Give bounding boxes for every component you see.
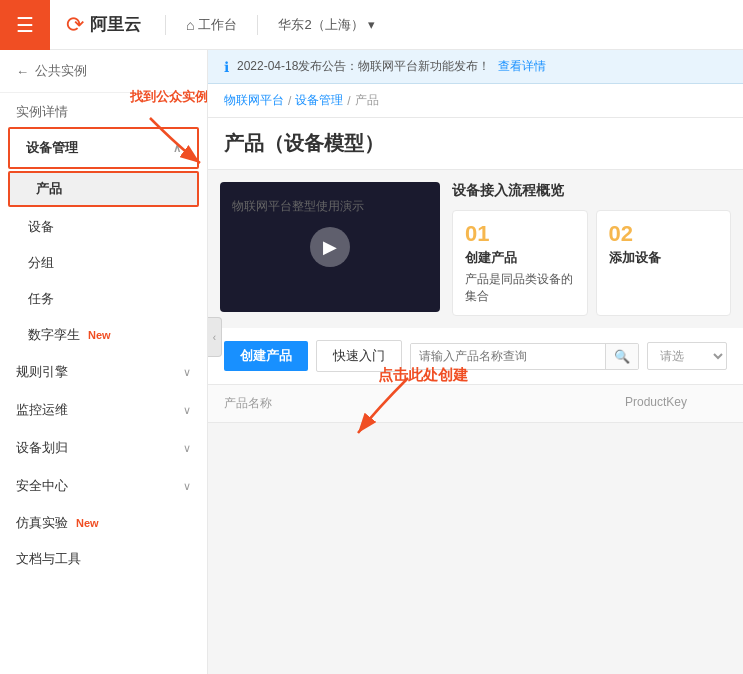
rule-engine-label: 规则引擎 [16,363,68,381]
sidebar: ← 公共实例 实例详情 设备管理 ∧ 产品 设备 分组 任务 数字孪生 New … [0,50,208,674]
sidebar-item-simulation[interactable]: 仿真实验 New [0,505,207,541]
back-to-instances[interactable]: ← 公共实例 [0,50,207,93]
security-label: 安全中心 [16,477,68,495]
announcement-link[interactable]: 查看详情 [498,58,546,75]
sidebar-item-device[interactable]: 设备 [0,209,207,245]
device-alloc-collapsible[interactable]: 设备划归 ∨ [0,429,207,467]
breadcrumb-sep2: / [347,94,350,108]
device-mgmt-label: 设备管理 [26,139,78,157]
chevron-down-icon-security: ∨ [183,480,191,493]
step-1-sub: 产品是同品类设备的集合 [465,271,575,305]
step-1-title: 创建产品 [465,249,575,267]
step-2-num: 02 [609,221,719,247]
play-button[interactable]: ▶ [310,227,350,267]
breadcrumb: 物联网平台 / 设备管理 / 产品 [208,84,743,118]
chevron-down-icon-monitor: ∨ [183,404,191,417]
filter-select[interactable]: 请选 [647,342,727,370]
create-product-button[interactable]: 创建产品 [224,341,308,371]
security-collapsible[interactable]: 安全中心 ∨ [0,467,207,505]
product-label: 产品 [36,180,62,198]
monitoring-label: 监控运维 [16,401,68,419]
logo-text: 阿里云 [90,13,141,36]
device-alloc-label: 设备划归 [16,439,68,457]
back-arrow-icon: ← [16,64,29,79]
nav-divider [165,15,166,35]
monitoring-collapsible[interactable]: 监控运维 ∨ [0,391,207,429]
chevron-up-icon: ∧ [173,142,181,155]
breadcrumb-devmgmt[interactable]: 设备管理 [295,92,343,109]
search-button[interactable]: 🔍 [605,344,638,369]
announcement-text: 2022-04-18发布公告：物联网平台新功能发布！ [237,58,490,75]
region-label: 华东2（上海） [278,16,363,34]
video-label: 物联网平台整型使用演示 [232,198,364,215]
toolbar: 创建产品 快速入门 🔍 请选 [208,328,743,385]
hamburger-button[interactable]: ☰ [0,0,50,50]
announcement-bar: ℹ 2022-04-18发布公告：物联网平台新功能发布！ 查看详情 [208,50,743,84]
hamburger-icon: ☰ [16,13,34,37]
step-2-title: 添加设备 [609,249,719,267]
sidebar-item-digital-twin[interactable]: 数字孪生 New [0,317,207,353]
sidebar-item-group[interactable]: 分组 [0,245,207,281]
flow-panel: 设备接入流程概览 01 创建产品 产品是同品类设备的集合 02 添加设备 [452,182,731,316]
content-panels: 物联网平台整型使用演示 ▶ 设备接入流程概览 01 创建产品 产品是同品类设备的… [208,170,743,328]
breadcrumb-product: 产品 [355,92,379,109]
play-icon: ▶ [323,236,337,258]
workbench-label: 工作台 [198,16,237,34]
video-panel[interactable]: 物联网平台整型使用演示 ▶ [220,182,440,312]
rule-engine-collapsible[interactable]: 规则引擎 ∨ [0,353,207,391]
flow-step-1: 01 创建产品 产品是同品类设备的集合 [452,210,588,316]
instance-detail-item[interactable]: 实例详情 [0,93,207,127]
col-name-header: 产品名称 [224,395,456,412]
search-input[interactable] [411,344,605,368]
top-nav: ☰ ⟳ 阿里云 ⌂ 工作台 华东2（上海） ▾ [0,0,743,50]
chevron-down-icon-alloc: ∨ [183,442,191,455]
chevron-down-icon: ▾ [368,17,375,32]
page-header: 产品（设备模型） [208,118,743,170]
logo-area: ⟳ 阿里云 [50,12,157,38]
info-icon: ℹ [224,59,229,75]
content-area: 物联网平台 / 设备管理 / 产品 产品（设备模型） 物联网平台整型使用演示 ▶ [208,84,743,674]
logo-icon: ⟳ [66,12,84,38]
new-badge-digital-twin: New [88,329,111,341]
sidebar-item-task[interactable]: 任务 [0,281,207,317]
toolbar-container: 创建产品 快速入门 🔍 请选 [208,328,743,385]
flow-steps: 01 创建产品 产品是同品类设备的集合 02 添加设备 [452,210,731,316]
content-wrapper: ℹ 2022-04-18发布公告：物联网平台新功能发布！ 查看详情 物联网平台 … [208,50,743,674]
new-badge-simulation: New [76,517,99,529]
home-icon: ⌂ [186,17,194,33]
back-label: 公共实例 [35,62,87,80]
search-box: 🔍 [410,343,639,370]
quick-start-button[interactable]: 快速入门 [316,340,402,372]
search-icon: 🔍 [614,349,630,364]
sidebar-item-docs[interactable]: 文档与工具 [0,541,207,577]
digital-twin-label: 数字孪生 [28,326,80,344]
chevron-down-icon-rule: ∨ [183,366,191,379]
collapse-icon: ‹ [213,332,216,343]
region-button[interactable]: 华东2（上海） ▾ [266,0,386,50]
table-empty [208,423,743,503]
breadcrumb-sep1: / [288,94,291,108]
col-key-header: ProductKey [456,395,728,412]
device-mgmt-header[interactable]: 设备管理 ∧ [8,127,199,169]
breadcrumb-iot[interactable]: 物联网平台 [224,92,284,109]
workbench-nav[interactable]: ⌂ 工作台 [174,0,249,50]
sidebar-collapse-button[interactable]: ‹ [208,317,222,357]
nav-divider2 [257,15,258,35]
flow-step-2: 02 添加设备 [596,210,732,316]
step-1-num: 01 [465,221,575,247]
simulation-label: 仿真实验 [16,514,68,532]
page-title: 产品（设备模型） [224,130,727,157]
table-header: 产品名称 ProductKey [208,385,743,423]
main-layout: ← 公共实例 实例详情 设备管理 ∧ 产品 设备 分组 任务 数字孪生 New … [0,50,743,674]
flow-title: 设备接入流程概览 [452,182,731,200]
sidebar-item-product[interactable]: 产品 [8,171,199,207]
